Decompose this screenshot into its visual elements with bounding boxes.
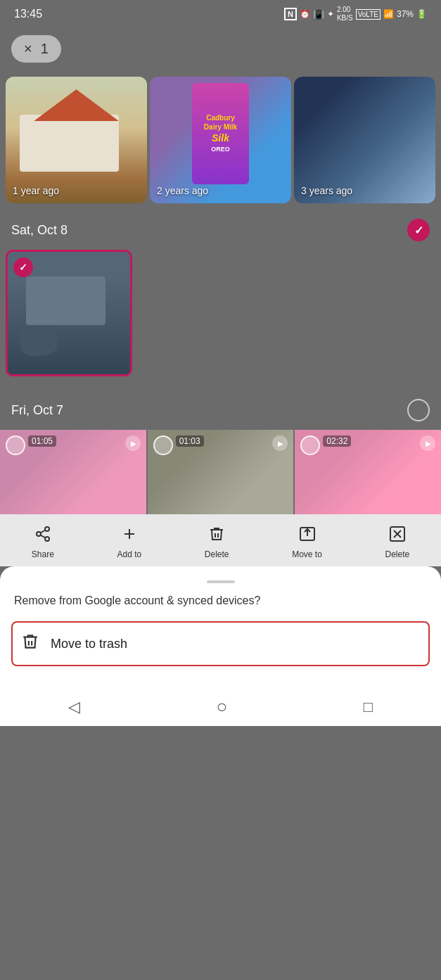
recents-button[interactable]: □ (364, 698, 373, 716)
photos-grid-oct8 (0, 250, 441, 376)
bottom-action-bar: Share Add to Delete (0, 514, 441, 566)
vibrate-icon: 📳 (313, 9, 324, 20)
dialog-question: Remove from Google account & synced devi… (11, 594, 430, 607)
delete-label: Delete (205, 549, 229, 559)
battery-icon: 🔋 (416, 9, 427, 19)
bluetooth-icon: ✦ (327, 9, 334, 19)
memories-row: 1 year ago CadburyDairy MilkSilkOREO 2 y… (0, 70, 441, 210)
volte-icon: VoLTE (356, 9, 381, 20)
move-to-action[interactable]: Move to (292, 526, 322, 559)
move-to-trash-button[interactable]: Move to trash (11, 621, 430, 666)
selection-badge: × 1 (11, 35, 61, 63)
section-select-oct8[interactable] (407, 219, 430, 241)
selected-count: 1 (41, 41, 49, 57)
video-check-2[interactable] (153, 435, 173, 455)
memory-label-2: 2 years ago (157, 185, 208, 196)
data-speed: 2.00KB/S (337, 6, 353, 23)
nav-bar: ◁ ○ □ (0, 687, 441, 726)
svg-point-1 (37, 532, 41, 536)
memory-label-3: 3 years ago (301, 185, 352, 196)
sheet-handle (207, 580, 235, 583)
video-item-3[interactable]: 02:32 (295, 430, 441, 514)
alarm-icon: ⏰ (300, 9, 310, 19)
status-time: 13:45 (14, 8, 42, 20)
delete-icon (208, 526, 225, 547)
share-action[interactable]: Share (32, 526, 54, 559)
svg-point-0 (45, 527, 49, 531)
back-button[interactable]: ◁ (68, 698, 80, 716)
video-item-1[interactable]: 01:05 (0, 430, 146, 514)
add-to-action[interactable]: Add to (117, 526, 141, 559)
memory-label-1: 1 year ago (13, 185, 59, 196)
home-button[interactable]: ○ (216, 696, 227, 718)
signal-icon: 📶 (383, 9, 394, 19)
photo-item-kitchen[interactable] (6, 250, 132, 376)
add-to-label: Add to (117, 549, 141, 559)
move-to-label: Move to (292, 549, 322, 559)
video-item-2[interactable]: 01:03 (148, 430, 294, 514)
memory-thumb-3[interactable]: 3 years ago (294, 77, 435, 203)
share-icon (34, 526, 51, 547)
close-button[interactable]: × (24, 41, 32, 57)
section-header-oct8: Sat, Oct 8 (0, 210, 441, 250)
delete-action[interactable]: Delete (205, 526, 229, 559)
share-label: Share (32, 549, 54, 559)
section-select-oct7[interactable] (407, 399, 430, 421)
status-bar: 13:45 N ⏰ 📳 ✦ 2.00KB/S VoLTE 📶 37% 🔋 (0, 0, 441, 28)
video-check-3[interactable] (300, 435, 320, 455)
videos-row-oct7: 01:05 01:03 02:32 (0, 430, 441, 514)
section-title-oct8: Sat, Oct 8 (11, 223, 68, 238)
memory-thumb-2[interactable]: CadburyDairy MilkSilkOREO 2 years ago (150, 77, 291, 203)
video-check-1[interactable] (6, 435, 25, 455)
dialog-sheet: Remove from Google account & synced devi… (0, 566, 441, 687)
trash-icon (21, 632, 39, 655)
action-bar: × 1 (0, 28, 441, 70)
status-icons: N ⏰ 📳 ✦ 2.00KB/S VoLTE 📶 37% 🔋 (284, 6, 427, 23)
memory-thumb-1[interactable]: 1 year ago (6, 77, 147, 203)
play-button-3[interactable] (420, 435, 435, 451)
notification-icon: N (284, 8, 297, 20)
video-duration-2: 01:03 (176, 435, 204, 447)
svg-line-3 (40, 535, 45, 538)
move-to-icon (299, 526, 316, 547)
add-icon (121, 526, 138, 547)
photo-check-kitchen[interactable] (13, 257, 33, 277)
delete2-icon (389, 526, 406, 547)
delete2-label: Delete (385, 549, 409, 559)
svg-line-4 (40, 530, 45, 533)
svg-point-2 (45, 537, 49, 541)
play-button-1[interactable] (125, 435, 141, 451)
battery-percent: 37% (397, 9, 414, 19)
section-header-oct7: Fri, Oct 7 (0, 390, 441, 430)
move-to-trash-label: Move to trash (51, 637, 127, 651)
section-title-oct7: Fri, Oct 7 (11, 403, 63, 418)
delete2-action[interactable]: Delete (385, 526, 409, 559)
play-button-2[interactable] (272, 435, 288, 451)
video-duration-1: 01:05 (28, 435, 56, 447)
video-duration-3: 02:32 (323, 435, 351, 447)
